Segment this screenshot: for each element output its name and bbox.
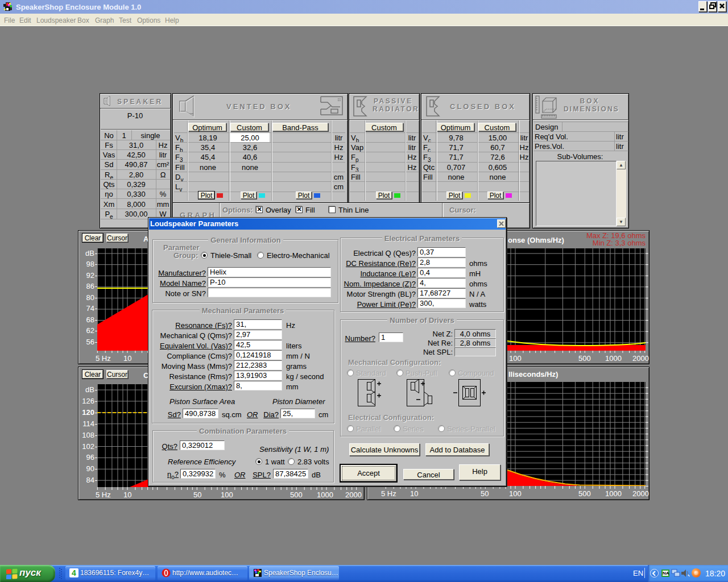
svg-text:4: 4 [72, 568, 76, 577]
